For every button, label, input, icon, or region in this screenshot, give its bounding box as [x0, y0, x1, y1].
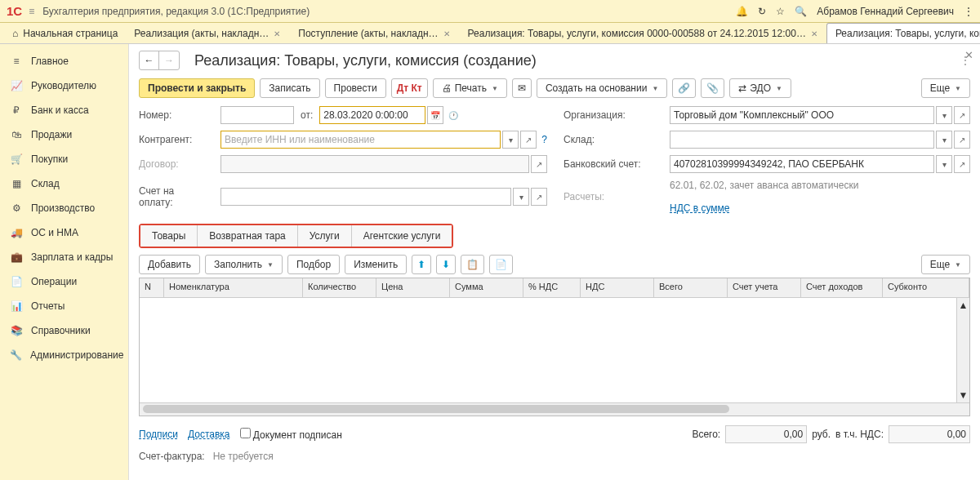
more-button[interactable]: Еще▼: [921, 78, 970, 98]
search-icon[interactable]: 🔍: [795, 6, 807, 17]
dropdown-icon[interactable]: ▾: [513, 188, 529, 206]
create-based-button[interactable]: Создать на основании▼: [537, 78, 667, 98]
star-icon[interactable]: ☆: [776, 6, 785, 17]
total-label: Всего:: [692, 429, 720, 440]
options-icon[interactable]: ⋮: [964, 6, 973, 17]
signs-link[interactable]: Подписи: [139, 429, 178, 440]
menu-icon[interactable]: ≡: [29, 6, 34, 17]
sidebar-item-os[interactable]: 🚚ОС и НМА: [0, 220, 128, 245]
vat-value: 0,00: [889, 425, 970, 443]
fill-button[interactable]: Заполнить▼: [205, 255, 283, 274]
save-button[interactable]: Записать: [260, 78, 319, 98]
sidebar-item-bank[interactable]: ₽Банк и касса: [0, 98, 128, 122]
sidebar-item-sales[interactable]: 🛍Продажи: [0, 122, 128, 147]
add-row-button[interactable]: Добавить: [139, 255, 200, 274]
move-up-button[interactable]: ⬆: [412, 255, 431, 274]
document-tabs: ⌂Начальная страница Реализация (акты, на…: [0, 23, 980, 44]
bell-icon[interactable]: 🔔: [736, 6, 748, 17]
number-input[interactable]: [220, 106, 294, 124]
post-button[interactable]: Провести: [325, 78, 386, 98]
edo-button[interactable]: ⇄ ЭДО▼: [729, 78, 791, 98]
form-area: Номер: от: 28.03.2020 0:00:00 📅 🕐 Органи…: [139, 106, 970, 214]
link-button[interactable]: 🔗: [672, 78, 696, 98]
tab-4-active[interactable]: Реализация: Товары, услуги, комиссия (со…: [826, 23, 980, 43]
bag-icon: 🛍: [10, 129, 23, 140]
open-icon[interactable]: ↗: [520, 131, 537, 149]
forward-button[interactable]: →: [159, 51, 179, 69]
chart-icon: 📈: [10, 80, 23, 91]
dropdown-icon[interactable]: ▾: [502, 131, 519, 149]
open-icon[interactable]: ↗: [954, 155, 970, 173]
tab-1[interactable]: Реализация (акты, накладн…✕: [125, 23, 289, 43]
footer-row: Подписи Доставка Документ подписан Всего…: [139, 424, 970, 444]
ruble-icon: ₽: [10, 104, 23, 116]
total-value: 0,00: [725, 425, 807, 443]
attach-button[interactable]: 📎: [701, 78, 724, 98]
date-input[interactable]: 28.03.2020 0:00:00: [319, 106, 425, 124]
toolbar: Провести и закрыть Записать Провести Дт …: [139, 78, 970, 98]
delivery-link[interactable]: Доставка: [188, 429, 230, 440]
invoice-doc-value: Не требуется: [213, 451, 274, 462]
copy-button[interactable]: 📋: [461, 255, 484, 274]
pick-button[interactable]: Подбор: [287, 255, 340, 274]
table-toolbar: Добавить Заполнить▼ Подбор Изменить ⬆ ⬇ …: [139, 255, 970, 274]
help-icon[interactable]: ?: [541, 134, 547, 145]
sidebar-item-production[interactable]: ⚙Производство: [0, 196, 128, 220]
sidebar-item-reports[interactable]: 📊Отчеты: [0, 294, 128, 318]
open-icon[interactable]: ↗: [954, 106, 970, 124]
subtab-goods[interactable]: Товары: [140, 225, 198, 247]
organization-input[interactable]: Торговый дом "Комплексный" ООО: [670, 106, 934, 124]
gear-icon: ⚙: [10, 202, 23, 214]
dtkt-button[interactable]: Дт Кт: [391, 78, 428, 98]
items-grid[interactable]: N Номенклатура Количество Цена Сумма % Н…: [139, 278, 970, 416]
user-name[interactable]: Абрамов Геннадий Сергеевич: [817, 6, 954, 17]
paste-button[interactable]: 📄: [489, 255, 513, 274]
subtab-services[interactable]: Услуги: [298, 225, 352, 247]
post-and-close-button[interactable]: Провести и закрыть: [139, 78, 255, 98]
tab-home[interactable]: ⌂Начальная страница: [5, 23, 125, 43]
tab-3[interactable]: Реализация: Товары, услуги, комиссия 000…: [459, 23, 826, 43]
sidebar-item-salary[interactable]: 💼Зарплата и кадры: [0, 245, 128, 269]
home-icon: ⌂: [12, 28, 18, 39]
back-button[interactable]: ←: [140, 51, 159, 69]
dropdown-icon[interactable]: ▾: [936, 155, 952, 173]
sidebar-item-catalogs[interactable]: 📚Справочники: [0, 318, 128, 343]
invoice-doc-label: Счет-фактура:: [139, 451, 205, 462]
horizontal-scrollbar[interactable]: [140, 402, 969, 416]
tab-2[interactable]: Поступление (акты, накладн…✕: [289, 23, 458, 43]
doc-signed-checkbox[interactable]: Документ подписан: [240, 428, 342, 441]
subtab-agent[interactable]: Агентские услуги: [352, 225, 452, 247]
organization-label: Организация:: [564, 109, 653, 121]
sidebar-item-admin[interactable]: 🔧Администрирование: [0, 343, 128, 367]
vat-link[interactable]: НДС в сумме: [670, 202, 730, 214]
warehouse-input[interactable]: [670, 131, 934, 149]
more-table-button[interactable]: Еще▼: [921, 255, 970, 274]
email-button[interactable]: ✉: [512, 78, 532, 98]
sidebar-item-purchases[interactable]: 🛒Покупки: [0, 147, 128, 171]
edit-button[interactable]: Изменить: [345, 255, 407, 274]
print-button[interactable]: 🖨 Печать▼: [433, 78, 507, 98]
vertical-scrollbar[interactable]: ▲▼: [956, 298, 969, 402]
dropdown-icon[interactable]: ▾: [936, 106, 952, 124]
bank-input[interactable]: 40702810399994349242, ПАО СБЕРБАНК: [670, 155, 934, 173]
history-icon[interactable]: ↻: [758, 6, 766, 17]
open-icon[interactable]: ↗: [531, 188, 547, 206]
calendar-icon[interactable]: 📅: [427, 106, 443, 124]
sidebar-item-main[interactable]: ≡Главное: [0, 49, 128, 73]
counterparty-input[interactable]: Введите ИНН или наименование: [220, 131, 501, 149]
close-icon[interactable]: ✕: [274, 29, 280, 38]
subtab-returnable[interactable]: Возвратная тара: [198, 225, 298, 247]
close-panel-icon[interactable]: ✕: [964, 49, 973, 61]
time-icon[interactable]: 🕐: [445, 106, 461, 124]
sidebar-item-operations[interactable]: 📄Операции: [0, 269, 128, 294]
sidebar-item-manager[interactable]: 📈Руководителю: [0, 73, 128, 98]
invoice-input[interactable]: [220, 188, 511, 206]
move-down-button[interactable]: ⬇: [436, 255, 456, 274]
close-icon[interactable]: ✕: [443, 29, 450, 38]
sidebar-item-warehouse[interactable]: ▦Склад: [0, 171, 128, 196]
close-icon[interactable]: ✕: [811, 29, 817, 38]
grid-body[interactable]: [140, 298, 969, 402]
dropdown-icon[interactable]: ▾: [936, 131, 952, 149]
open-icon[interactable]: ↗: [531, 155, 547, 173]
open-icon[interactable]: ↗: [954, 131, 970, 149]
